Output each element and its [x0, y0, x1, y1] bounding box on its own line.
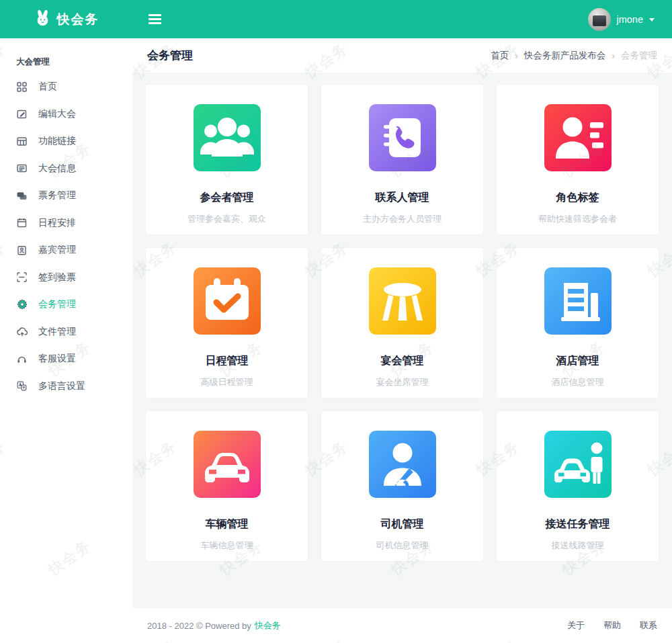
card-title: 宴会管理: [321, 354, 483, 368]
breadcrumb-current: 会务管理: [621, 50, 657, 62]
car-icon: [194, 431, 261, 498]
gear-icon: [16, 299, 28, 310]
card-vehicles[interactable]: 车辆管理 车辆信息管理: [146, 411, 308, 561]
sidebar-item-home[interactable]: 首页: [0, 73, 132, 101]
edit-pencil-icon: [16, 108, 28, 120]
sidebar-item-conference-services[interactable]: 会务管理: [0, 291, 132, 318]
sidebar-item-label: 功能链接: [38, 135, 76, 147]
role-tag-icon: [544, 104, 612, 171]
sidebar-item-label: 票务管理: [38, 189, 76, 202]
brand-title: 快会务: [57, 11, 99, 28]
shuttle-icon: [544, 431, 612, 498]
tickets-icon: [16, 190, 28, 202]
footer: 2018 - 2022 © Powered by 快会务 关于 帮助 联系: [132, 608, 672, 643]
card-subtitle: 帮助快速筛选参会者: [497, 213, 659, 225]
card-shuttle-tasks[interactable]: 接送任务管理 接送线路管理: [497, 411, 659, 561]
sidebar-item-conference-info[interactable]: 大会信息: [0, 155, 132, 183]
card-title: 联系人管理: [321, 191, 483, 205]
sidebar-item-label: 文件管理: [38, 326, 76, 338]
footer-copyright: 2018 - 2022 © Powered by 快会务: [147, 619, 281, 632]
card-title: 接送任务管理: [497, 517, 659, 531]
card-title: 日程管理: [146, 354, 308, 368]
contact-book-icon: [369, 104, 436, 171]
card-subtitle: 管理参会嘉宾、观众: [146, 213, 308, 225]
card-title: 参会者管理: [146, 191, 308, 205]
banquet-stool-icon: [369, 267, 436, 335]
list-info-icon: [16, 163, 28, 174]
sidebar-item-label: 客服设置: [38, 353, 76, 365]
copyright-text: 2018 - 2022 © Powered by: [147, 621, 251, 631]
sidebar-item-label: 首页: [38, 81, 57, 93]
card-title: 车辆管理: [146, 517, 308, 531]
breadcrumb-event[interactable]: 快会务新产品发布会: [524, 50, 606, 62]
sidebar-item-guests[interactable]: 嘉宾管理: [0, 237, 132, 264]
sidebar-item-label: 多语言设置: [38, 380, 85, 392]
card-title: 角色标签: [497, 191, 659, 205]
footer-link-help[interactable]: 帮助: [603, 619, 621, 632]
calendar-icon: [16, 217, 28, 228]
sidebar-item-checkin[interactable]: 签到验票: [0, 264, 132, 292]
title-bar: 会务管理 首页 › 快会务新产品发布会 › 会务管理: [132, 38, 672, 73]
language-icon: [16, 380, 28, 392]
breadcrumb-separator: ›: [515, 50, 518, 61]
footer-links: 关于 帮助 联系: [567, 619, 657, 632]
sidebar-item-support[interactable]: 客服设置: [0, 345, 132, 373]
card-subtitle: 酒店信息管理: [497, 376, 659, 388]
module-grid: 参会者管理 管理参会嘉宾、观众 联系人管理: [146, 85, 659, 561]
footer-link-about[interactable]: 关于: [567, 619, 585, 632]
card-schedule[interactable]: 日程管理 高级日程管理: [146, 248, 308, 398]
sidebar-item-schedule[interactable]: 日程安排: [0, 210, 132, 237]
breadcrumb-separator: ›: [612, 50, 615, 61]
page-title: 会务管理: [147, 48, 193, 63]
sidebar-item-label: 签到验票: [38, 271, 76, 284]
avatar: [588, 8, 611, 31]
guest-badge-icon: [16, 245, 28, 256]
content: 参会者管理 管理参会嘉宾、观众 联系人管理: [132, 73, 672, 608]
sidebar-item-label: 会务管理: [38, 298, 76, 310]
card-hotel[interactable]: 酒店管理 酒店信息管理: [497, 248, 659, 398]
sidebar-item-label: 日程安排: [38, 217, 76, 229]
card-banquet[interactable]: 宴会管理 宴会坐席管理: [321, 248, 483, 398]
brand-logo[interactable]: 快会务: [0, 9, 132, 30]
card-subtitle: 司机信息管理: [321, 540, 483, 552]
sidebar-item-files[interactable]: 文件管理: [0, 318, 132, 346]
sidebar-item-multilanguage[interactable]: 多语言设置: [0, 373, 132, 400]
breadcrumb-home[interactable]: 首页: [491, 50, 509, 62]
footer-link-contact[interactable]: 联系: [640, 619, 657, 632]
sidebar-item-tickets[interactable]: 票务管理: [0, 182, 132, 210]
card-title: 酒店管理: [497, 354, 659, 368]
card-drivers[interactable]: 司机管理 司机信息管理: [321, 411, 483, 561]
scan-checkin-icon: [16, 271, 28, 283]
card-role-tags[interactable]: 角色标签 帮助快速筛选参会者: [497, 85, 659, 234]
sidebar-item-function-links[interactable]: 功能链接: [0, 128, 132, 155]
table-grid-icon: [16, 136, 28, 147]
headset-icon: [16, 353, 28, 365]
footer-brand-link[interactable]: 快会务: [255, 619, 281, 632]
sidebar: 大会管理 首页 编辑大会: [0, 38, 132, 643]
card-subtitle: 主办方会务人员管理: [321, 213, 483, 225]
card-subtitle: 车辆信息管理: [146, 540, 308, 552]
dashboard-grid-icon: [16, 81, 28, 93]
card-contacts[interactable]: 联系人管理 主办方会务人员管理: [321, 85, 483, 234]
card-participants[interactable]: 参会者管理 管理参会嘉宾、观众: [146, 85, 308, 234]
app-header: 快会务 jmone: [0, 0, 672, 38]
user-menu[interactable]: jmone: [588, 8, 672, 31]
sidebar-item-label: 编辑大会: [38, 108, 76, 120]
sidebar-item-label: 大会信息: [38, 163, 76, 175]
user-name: jmone: [617, 14, 644, 25]
sidebar-section-label: 大会管理: [0, 38, 132, 73]
chevron-down-icon: [649, 18, 655, 22]
sidebar-item-label: 嘉宾管理: [38, 244, 76, 256]
hotel-building-icon: [544, 267, 612, 335]
card-title: 司机管理: [321, 517, 483, 531]
card-subtitle: 接送线路管理: [497, 540, 659, 552]
rabbit-logo-icon: [34, 9, 52, 30]
driver-icon: [369, 431, 436, 498]
main-area: 会务管理 首页 › 快会务新产品发布会 › 会务管理: [132, 38, 672, 643]
card-subtitle: 高级日程管理: [146, 376, 308, 388]
participants-group-icon: [194, 104, 261, 171]
calendar-check-icon: [194, 267, 261, 335]
menu-toggle-button[interactable]: [142, 5, 168, 34]
cloud-upload-icon: [16, 326, 28, 337]
sidebar-item-edit-conference[interactable]: 编辑大会: [0, 101, 132, 128]
